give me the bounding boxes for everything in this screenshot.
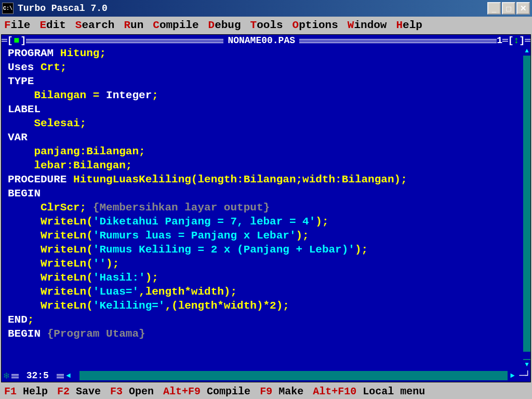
code-line[interactable]: ClrScr; {Membersihkan layar output} xyxy=(8,201,524,215)
modified-icon: ❄ xyxy=(2,370,11,381)
editor-frame-bottom: ❄ 32:5 ◄ ► ─┘ xyxy=(2,369,530,382)
frame-line xyxy=(299,39,497,43)
frame-bracket: ]═ xyxy=(519,35,530,46)
code-line[interactable]: WriteLn('Luas=',length*width); xyxy=(8,285,524,299)
status-f3[interactable]: F3 Open xyxy=(110,385,154,397)
menu-edit[interactable]: Edit xyxy=(39,19,65,31)
menu-help[interactable]: Help xyxy=(396,19,422,31)
scroll-thumb[interactable] xyxy=(523,352,530,359)
scrollbar-horizontal[interactable]: ◄ ► xyxy=(64,371,517,380)
frame-corner: ─┘ xyxy=(517,370,530,381)
menu-tools[interactable]: Tools xyxy=(250,19,283,31)
editor-frame: ═[ ■ ] NONAME00.PAS 1 ═[ ↕ ]═ PROGRAM Hi… xyxy=(1,34,531,382)
code-line[interactable]: WriteLn('Hasil:'); xyxy=(8,271,524,285)
scrollbar-vertical[interactable]: ▲ ▼ xyxy=(523,46,530,369)
code-line[interactable]: WriteLn(''); xyxy=(8,257,524,271)
cursor-position: 32:5 xyxy=(19,370,57,381)
frame-bracket: ═[ xyxy=(502,35,514,46)
close-button[interactable]: ✕ xyxy=(516,2,530,15)
scroll-down-icon[interactable]: ▼ xyxy=(523,360,530,369)
menu-compile[interactable]: Compile xyxy=(153,19,198,31)
status-altf9[interactable]: Alt+F9 Compile xyxy=(163,385,250,397)
status-f1[interactable]: F1 Help xyxy=(4,385,48,397)
editor-frame-top: ═[ ■ ] NONAME00.PAS 1 ═[ ↕ ]═ xyxy=(2,35,530,46)
app-window: C:\ Turbo Pascal 7.0 _ □ ✕ FileEditSearc… xyxy=(0,0,532,399)
code-line[interactable]: Selesai; xyxy=(8,116,524,130)
statusbar: F1 HelpF2 SaveF3 OpenAlt+F9 CompileF9 Ma… xyxy=(0,383,532,399)
minimize-button[interactable]: _ xyxy=(487,2,501,15)
editor-maximize-icon[interactable]: ↕ xyxy=(514,35,520,46)
app-icon: C:\ xyxy=(2,3,14,14)
status-f9[interactable]: F9 Make xyxy=(260,385,303,397)
code-line[interactable]: Bilangan = Integer; xyxy=(8,88,524,102)
code-line[interactable]: Uses Crt; xyxy=(8,60,524,74)
code-line[interactable]: BEGIN {Program Utama} xyxy=(8,327,524,341)
scroll-right-icon[interactable]: ► xyxy=(508,371,517,380)
maximize-button[interactable]: □ xyxy=(502,2,515,15)
scroll-left-icon[interactable]: ◄ xyxy=(64,371,73,380)
menubar: FileEditSearchRunCompileDebugToolsOption… xyxy=(0,17,532,33)
code-line[interactable]: lebar:Bilangan; xyxy=(8,158,524,172)
code-line[interactable]: LABEL xyxy=(8,102,524,116)
code-line[interactable]: VAR xyxy=(8,130,524,144)
code-line[interactable]: WriteLn('Rumurs luas = Panjang x Lebar')… xyxy=(8,229,524,243)
scroll-up-icon[interactable]: ▲ xyxy=(523,46,530,56)
code-line[interactable]: panjang:Bilangan; xyxy=(8,144,524,158)
code-line[interactable]: WriteLn('Diketahui Panjang = 7, lebar = … xyxy=(8,215,524,229)
menu-window[interactable]: Window xyxy=(348,19,387,31)
status-altf10[interactable]: Alt+F10 Local menu xyxy=(313,385,425,397)
status-f2[interactable]: F2 Save xyxy=(57,385,101,397)
editor-window-number: 1 xyxy=(497,35,502,46)
titlebar[interactable]: C:\ Turbo Pascal 7.0 _ □ ✕ xyxy=(0,0,532,17)
menu-file[interactable]: File xyxy=(4,19,30,31)
code-line[interactable]: PROGRAM Hitung; xyxy=(8,46,524,60)
app-body: FileEditSearchRunCompileDebugToolsOption… xyxy=(0,17,532,399)
scroll-thumb[interactable] xyxy=(73,371,79,380)
frame-bracket: ] xyxy=(20,35,26,46)
editor-filename: NONAME00.PAS xyxy=(223,35,299,46)
menu-options[interactable]: Options xyxy=(292,19,338,31)
menu-debug[interactable]: Debug xyxy=(208,19,241,31)
window-controls: _ □ ✕ xyxy=(487,2,530,15)
frame-line xyxy=(11,374,19,378)
code-line[interactable]: TYPE xyxy=(8,74,524,88)
window-title: Turbo Pascal 7.0 xyxy=(18,3,487,14)
editor-body[interactable]: PROGRAM Hitung;Uses Crt;TYPE Bilangan = … xyxy=(8,46,524,369)
menu-run[interactable]: Run xyxy=(124,19,143,31)
code-line[interactable]: END; xyxy=(8,313,524,327)
code-line[interactable]: WriteLn('Keliling=',(length*width)*2); xyxy=(8,299,524,313)
editor-close-icon[interactable]: ■ xyxy=(13,35,21,46)
code-line[interactable]: PROCEDURE HitungLuasKeliling(length:Bila… xyxy=(8,172,524,187)
code-line[interactable]: BEGIN xyxy=(8,187,524,201)
menu-search[interactable]: Search xyxy=(75,19,115,31)
frame-line xyxy=(26,39,223,43)
frame-line xyxy=(57,374,64,378)
code-line[interactable]: WriteLn('Rumus Keliling = 2 x (Panjang +… xyxy=(8,243,524,257)
frame-bracket: ═[ xyxy=(2,35,13,46)
